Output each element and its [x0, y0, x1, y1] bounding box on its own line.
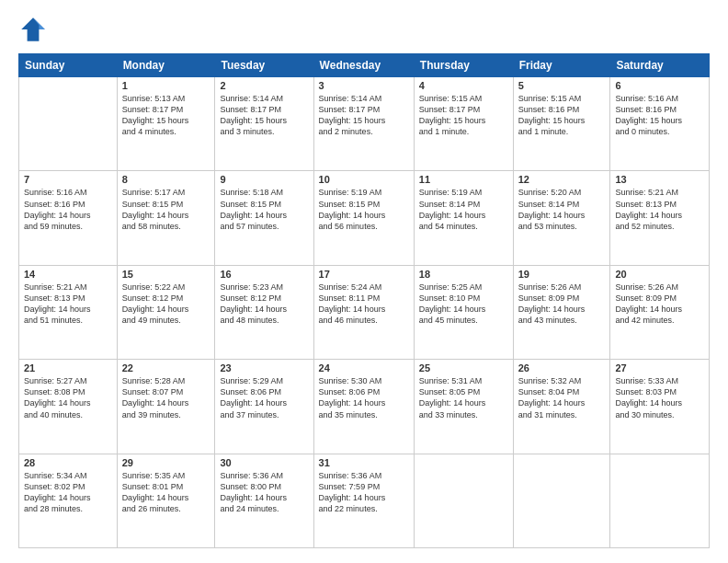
day-cell-22: 22Sunrise: 5:28 AM Sunset: 8:07 PM Dayli… — [117, 360, 215, 454]
day-number: 25 — [419, 362, 508, 373]
day-info: Sunrise: 5:16 AM Sunset: 8:16 PM Dayligh… — [615, 94, 682, 136]
day-number: 24 — [319, 362, 409, 373]
empty-cell — [414, 454, 513, 547]
week-row-2: 7Sunrise: 5:16 AM Sunset: 8:16 PM Daylig… — [19, 171, 710, 265]
day-number: 30 — [220, 457, 308, 468]
day-number: 13 — [615, 174, 704, 185]
day-info: Sunrise: 5:15 AM Sunset: 8:17 PM Dayligh… — [419, 94, 486, 136]
day-info: Sunrise: 5:13 AM Sunset: 8:17 PM Dayligh… — [122, 94, 189, 136]
page: SundayMondayTuesdayWednesdayThursdayFrid… — [0, 0, 728, 563]
day-info: Sunrise: 5:36 AM Sunset: 7:59 PM Dayligh… — [319, 471, 386, 513]
day-number: 15 — [122, 269, 210, 280]
day-info: Sunrise: 5:36 AM Sunset: 8:00 PM Dayligh… — [220, 471, 287, 513]
week-row-4: 21Sunrise: 5:27 AM Sunset: 8:08 PM Dayli… — [19, 360, 710, 454]
day-info: Sunrise: 5:26 AM Sunset: 8:09 PM Dayligh… — [518, 282, 586, 325]
day-info: Sunrise: 5:19 AM Sunset: 8:15 PM Dayligh… — [319, 188, 386, 230]
day-cell-27: 27Sunrise: 5:33 AM Sunset: 8:03 PM Dayli… — [610, 360, 710, 454]
col-header-wednesday: Wednesday — [313, 54, 414, 77]
day-number: 26 — [518, 362, 606, 373]
day-info: Sunrise: 5:26 AM Sunset: 8:09 PM Dayligh… — [615, 282, 682, 325]
col-header-tuesday: Tuesday — [215, 54, 313, 77]
day-number: 27 — [615, 362, 704, 373]
day-number: 20 — [615, 269, 704, 280]
day-number: 14 — [24, 269, 112, 280]
day-info: Sunrise: 5:25 AM Sunset: 8:10 PM Dayligh… — [419, 282, 486, 325]
day-number: 6 — [615, 80, 704, 91]
day-info: Sunrise: 5:21 AM Sunset: 8:13 PM Dayligh… — [615, 188, 682, 230]
header — [18, 15, 710, 44]
day-number: 23 — [220, 362, 308, 373]
week-row-1: 1Sunrise: 5:13 AM Sunset: 8:17 PM Daylig… — [19, 77, 710, 171]
day-number: 19 — [518, 269, 606, 280]
col-header-sunday: Sunday — [19, 54, 118, 77]
day-cell-7: 7Sunrise: 5:16 AM Sunset: 8:16 PM Daylig… — [19, 171, 118, 265]
day-cell-31: 31Sunrise: 5:36 AM Sunset: 7:59 PM Dayli… — [313, 454, 414, 547]
day-cell-16: 16Sunrise: 5:23 AM Sunset: 8:12 PM Dayli… — [215, 265, 313, 359]
day-number: 8 — [122, 174, 210, 185]
day-info: Sunrise: 5:21 AM Sunset: 8:13 PM Dayligh… — [24, 282, 91, 325]
day-cell-12: 12Sunrise: 5:20 AM Sunset: 8:14 PM Dayli… — [513, 171, 610, 265]
day-info: Sunrise: 5:28 AM Sunset: 8:07 PM Dayligh… — [122, 376, 189, 419]
day-info: Sunrise: 5:33 AM Sunset: 8:03 PM Dayligh… — [615, 376, 682, 419]
day-number: 12 — [518, 174, 606, 185]
day-number: 5 — [518, 80, 606, 91]
empty-cell — [513, 454, 610, 547]
day-number: 4 — [419, 80, 508, 91]
day-number: 31 — [319, 457, 409, 468]
day-info: Sunrise: 5:17 AM Sunset: 8:15 PM Dayligh… — [122, 188, 189, 230]
day-number: 2 — [220, 80, 308, 91]
day-cell-26: 26Sunrise: 5:32 AM Sunset: 8:04 PM Dayli… — [513, 360, 610, 454]
day-info: Sunrise: 5:14 AM Sunset: 8:17 PM Dayligh… — [220, 94, 287, 136]
day-info: Sunrise: 5:14 AM Sunset: 8:17 PM Dayligh… — [319, 94, 386, 136]
day-info: Sunrise: 5:23 AM Sunset: 8:12 PM Dayligh… — [220, 282, 287, 325]
day-cell-21: 21Sunrise: 5:27 AM Sunset: 8:08 PM Dayli… — [19, 360, 118, 454]
day-cell-17: 17Sunrise: 5:24 AM Sunset: 8:11 PM Dayli… — [313, 265, 414, 359]
day-info: Sunrise: 5:30 AM Sunset: 8:06 PM Dayligh… — [319, 376, 386, 419]
day-info: Sunrise: 5:19 AM Sunset: 8:14 PM Dayligh… — [419, 188, 486, 230]
day-number: 1 — [122, 80, 210, 91]
day-number: 10 — [319, 174, 409, 185]
day-info: Sunrise: 5:22 AM Sunset: 8:12 PM Dayligh… — [122, 282, 189, 325]
week-row-3: 14Sunrise: 5:21 AM Sunset: 8:13 PM Dayli… — [19, 265, 710, 359]
day-cell-20: 20Sunrise: 5:26 AM Sunset: 8:09 PM Dayli… — [610, 265, 710, 359]
day-number: 3 — [319, 80, 409, 91]
day-cell-11: 11Sunrise: 5:19 AM Sunset: 8:14 PM Dayli… — [414, 171, 513, 265]
day-cell-24: 24Sunrise: 5:30 AM Sunset: 8:06 PM Dayli… — [313, 360, 414, 454]
day-info: Sunrise: 5:20 AM Sunset: 8:14 PM Dayligh… — [518, 188, 586, 230]
day-number: 7 — [24, 174, 112, 185]
col-header-friday: Friday — [513, 54, 610, 77]
col-header-saturday: Saturday — [610, 54, 710, 77]
day-number: 18 — [419, 269, 508, 280]
day-cell-4: 4Sunrise: 5:15 AM Sunset: 8:17 PM Daylig… — [414, 77, 513, 171]
day-number: 16 — [220, 269, 308, 280]
header-row: SundayMondayTuesdayWednesdayThursdayFrid… — [19, 54, 710, 77]
day-info: Sunrise: 5:31 AM Sunset: 8:05 PM Dayligh… — [419, 376, 486, 419]
day-cell-8: 8Sunrise: 5:17 AM Sunset: 8:15 PM Daylig… — [117, 171, 215, 265]
day-number: 22 — [122, 362, 210, 373]
day-cell-14: 14Sunrise: 5:21 AM Sunset: 8:13 PM Dayli… — [19, 265, 118, 359]
day-cell-29: 29Sunrise: 5:35 AM Sunset: 8:01 PM Dayli… — [117, 454, 215, 547]
calendar-table: SundayMondayTuesdayWednesdayThursdayFrid… — [18, 53, 710, 548]
day-info: Sunrise: 5:15 AM Sunset: 8:16 PM Dayligh… — [518, 94, 586, 136]
logo — [18, 15, 51, 44]
day-cell-1: 1Sunrise: 5:13 AM Sunset: 8:17 PM Daylig… — [117, 77, 215, 171]
empty-cell — [19, 77, 118, 171]
day-number: 28 — [24, 457, 112, 468]
day-number: 21 — [24, 362, 112, 373]
day-cell-18: 18Sunrise: 5:25 AM Sunset: 8:10 PM Dayli… — [414, 265, 513, 359]
day-info: Sunrise: 5:32 AM Sunset: 8:04 PM Dayligh… — [518, 376, 586, 419]
day-cell-15: 15Sunrise: 5:22 AM Sunset: 8:12 PM Dayli… — [117, 265, 215, 359]
day-info: Sunrise: 5:16 AM Sunset: 8:16 PM Dayligh… — [24, 188, 91, 230]
day-cell-6: 6Sunrise: 5:16 AM Sunset: 8:16 PM Daylig… — [610, 77, 710, 171]
day-number: 11 — [419, 174, 508, 185]
col-header-monday: Monday — [117, 54, 215, 77]
empty-cell — [610, 454, 710, 547]
day-number: 17 — [319, 269, 409, 280]
week-row-5: 28Sunrise: 5:34 AM Sunset: 8:02 PM Dayli… — [19, 454, 710, 547]
day-info: Sunrise: 5:24 AM Sunset: 8:11 PM Dayligh… — [319, 282, 386, 325]
day-info: Sunrise: 5:18 AM Sunset: 8:15 PM Dayligh… — [220, 188, 287, 230]
day-number: 29 — [122, 457, 210, 468]
day-cell-30: 30Sunrise: 5:36 AM Sunset: 8:00 PM Dayli… — [215, 454, 313, 547]
day-number: 9 — [220, 174, 308, 185]
day-cell-13: 13Sunrise: 5:21 AM Sunset: 8:13 PM Dayli… — [610, 171, 710, 265]
